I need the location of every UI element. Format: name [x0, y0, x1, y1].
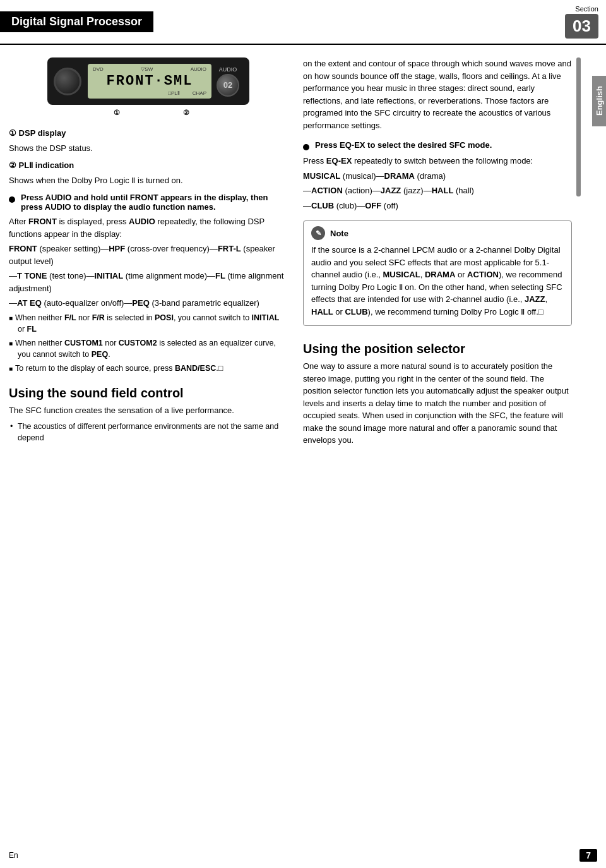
item2-text: Shows when the Dolby Pro Logic Ⅱ is turn… — [9, 174, 288, 187]
dsp-top-indicators: DVD ▽SW AUDIO — [93, 66, 206, 72]
dsp-audio-label: AUDIO — [191, 66, 206, 72]
dsp-labels: ① ② — [114, 109, 189, 117]
functions-line1: FRONT (speaker setting)—HPF (cross-over … — [9, 243, 288, 267]
dsp-bottom-indicators: □PLⅡ CHAP — [93, 90, 206, 96]
dsp-knob-left — [54, 68, 81, 95]
dsp-display-container: DVD ▽SW AUDIO FRONT·SML □PLⅡ CHAP AUDIO … — [9, 57, 288, 117]
dsp-label-2: ② — [183, 109, 189, 117]
dsp-label-1: ① — [114, 109, 120, 117]
dsp-dvd-label: DVD — [93, 66, 104, 72]
item2-heading: ② PLⅡ indication — [9, 160, 74, 170]
eq-ex-text: Press EQ-EX repeatedly to switch between… — [303, 155, 572, 167]
right-col-intro-text: on the extent and contour of space throu… — [303, 57, 572, 131]
sfc-intro: The SFC function creates the sensation o… — [9, 404, 288, 417]
footer-page-number: 7 — [579, 849, 597, 862]
dsp-main-text: FRONT·SML — [93, 73, 206, 89]
audio-bullet-item: Press AUDIO and hold until FRONT appears… — [9, 193, 288, 212]
sq-item-2: When neither CUSTOM1 nor CUSTOM2 is sele… — [9, 337, 288, 360]
sfc-bullet-1: The acoustics of different performance e… — [9, 421, 288, 443]
dsp-right-section: AUDIO 02 — [217, 66, 239, 97]
functions-line3: —AT EQ (auto-equalizer on/off)—PEQ (3-ba… — [9, 297, 288, 310]
note-icon: ✎ — [311, 226, 325, 240]
footer-en-label: En — [9, 851, 18, 860]
right-col-top: on the extent and contour of space throu… — [303, 57, 572, 131]
functions-line2: —T TONE (test tone)—INITIAL (time alignm… — [9, 270, 288, 294]
sq-item-3: To return to the display of each source,… — [9, 363, 288, 374]
dsp-audio-top: AUDIO — [219, 66, 237, 73]
after-front-para: After FRONT is displayed, press AUDIO re… — [9, 215, 288, 240]
section-info: Section 03 — [565, 5, 598, 39]
eq-ex-heading-text: Press EQ-EX to select the desired SFC mo… — [315, 140, 492, 150]
position-heading: Using the position selector — [303, 341, 572, 356]
audio-bullet-text: Press AUDIO and hold until FRONT appears… — [21, 193, 288, 212]
bullet-circle-1 — [9, 194, 18, 203]
item1-heading: ① DSP display — [9, 128, 66, 138]
dsp-item1: ① DSP display Shows the DSP status. — [9, 127, 288, 154]
page-title: Digital Signal Processor — [0, 11, 153, 32]
sfc-heading: Using the sound field control — [9, 385, 288, 401]
dsp-circle-display: 02 — [217, 74, 239, 97]
section-number: 03 — [565, 14, 598, 39]
dsp-device: DVD ▽SW AUDIO FRONT·SML □PLⅡ CHAP AUDIO … — [47, 57, 249, 105]
right-column: on the extent and contour of space throu… — [297, 51, 581, 449]
dsp-screen: DVD ▽SW AUDIO FRONT·SML □PLⅡ CHAP — [88, 64, 211, 99]
left-column: DVD ▽SW AUDIO FRONT·SML □PLⅡ CHAP AUDIO … — [0, 51, 297, 449]
note-text: If the source is a 2-channel LPCM audio … — [311, 244, 564, 318]
position-text: One way to assure a more natural sound i… — [303, 360, 572, 447]
dsp-item2: ② PLⅡ indication Shows when the Dolby Pr… — [9, 159, 288, 186]
language-bar: English — [592, 76, 606, 126]
dsp-chap-label: CHAP — [193, 90, 206, 96]
sq-item-1: When neither F/L nor F/R is selected in … — [9, 312, 288, 335]
modes-line2: —ACTION (action)—JAZZ (jazz)—HALL (hall) — [303, 184, 572, 197]
note-label: Note — [330, 229, 348, 238]
dsp-plii-label: □PLⅡ — [168, 90, 180, 96]
item1-text: Shows the DSP status. — [9, 142, 288, 155]
main-content: DVD ▽SW AUDIO FRONT·SML □PLⅡ CHAP AUDIO … — [0, 45, 606, 449]
modes-line3: —CLUB (club)—OFF (off) — [303, 200, 572, 212]
bullet-circle-2 — [303, 142, 312, 151]
page-header: Digital Signal Processor Section 03 — [0, 0, 606, 45]
note-box: ✎ Note If the source is a 2-channel LPCM… — [303, 220, 572, 326]
right-col-bar — [576, 57, 581, 196]
eq-ex-bullet: Press EQ-EX to select the desired SFC mo… — [303, 140, 572, 151]
modes-line1: MUSICAL (musical)—DRAMA (drama) — [303, 170, 572, 183]
section-label: Section — [575, 5, 598, 13]
note-header: ✎ Note — [311, 226, 564, 240]
page-footer: En 7 — [0, 849, 606, 862]
dsp-sw-label: ▽SW — [141, 66, 153, 72]
